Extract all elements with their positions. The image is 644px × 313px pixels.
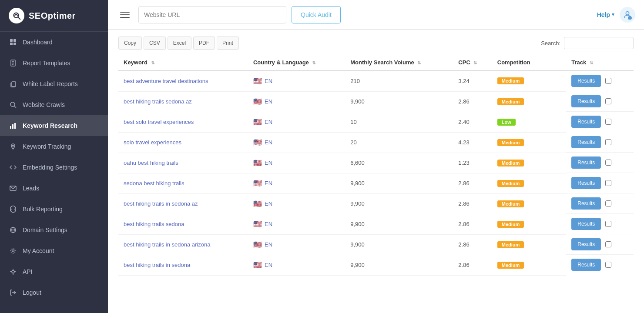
sidebar-item-report-templates[interactable]: Report Templates bbox=[0, 53, 108, 73]
api-icon bbox=[9, 267, 17, 276]
cell-country-7: 🇺🇸 EN bbox=[248, 214, 345, 234]
svg-rect-12 bbox=[10, 126, 11, 129]
hamburger-line bbox=[120, 14, 130, 15]
track-checkbox-9[interactable] bbox=[605, 262, 611, 268]
results-button-0[interactable]: Results bbox=[571, 75, 601, 87]
keyword-link-7[interactable]: best hiking trails sedona bbox=[124, 221, 184, 227]
lang-code-9: EN bbox=[265, 262, 272, 268]
keyword-link-0[interactable]: best adventure travel destinations bbox=[124, 78, 208, 84]
results-button-9[interactable]: Results bbox=[571, 259, 601, 271]
keyword-link-6[interactable]: best hiking trails in sedona az bbox=[124, 200, 198, 207]
cell-volume-5: 9,900 bbox=[345, 173, 453, 193]
track-checkbox-2[interactable] bbox=[605, 119, 611, 125]
sidebar-item-embedding-settings[interactable]: Embedding Settings bbox=[0, 157, 108, 178]
keyword-link-4[interactable]: oahu best hiking trails bbox=[124, 160, 178, 166]
sidebar-item-website-crawls-label: Website Crawls bbox=[23, 101, 65, 108]
cell-keyword-8: best hiking trails in sedona arizona bbox=[118, 234, 248, 255]
search-area: Search: bbox=[541, 37, 634, 49]
track-checkbox-3[interactable] bbox=[605, 139, 611, 145]
csv-button[interactable]: CSV bbox=[144, 37, 166, 50]
cell-cpc-1: 2.86 bbox=[453, 91, 492, 112]
url-input[interactable] bbox=[138, 6, 286, 23]
keyword-link-2[interactable]: best solo travel experiences bbox=[124, 119, 194, 125]
keyword-link-8[interactable]: best hiking trails in sedona arizona bbox=[124, 241, 210, 248]
results-button-7[interactable]: Results bbox=[571, 218, 601, 230]
col-monthly-search-volume[interactable]: Monthly Search Volume ⇅ bbox=[345, 55, 453, 70]
sidebar-item-domain-settings[interactable]: Domain Settings bbox=[0, 220, 108, 240]
flag-icon-9: 🇺🇸 bbox=[253, 261, 262, 269]
flag-icon-6: 🇺🇸 bbox=[253, 200, 262, 208]
results-button-4[interactable]: Results bbox=[571, 156, 601, 169]
bar-chart-icon bbox=[9, 121, 17, 130]
col-track[interactable]: Track ⇅ bbox=[566, 55, 634, 70]
sidebar-item-logout[interactable]: Logout bbox=[0, 282, 108, 303]
sidebar-item-keyword-tracking-label: Keyword Tracking bbox=[23, 143, 71, 150]
col-keyword[interactable]: Keyword ⇅ bbox=[118, 55, 248, 70]
track-checkbox-4[interactable] bbox=[605, 160, 611, 166]
copy-button[interactable]: Copy bbox=[118, 37, 142, 50]
sidebar-item-website-crawls[interactable]: Website Crawls bbox=[0, 94, 108, 115]
results-button-3[interactable]: Results bbox=[571, 136, 601, 148]
sidebar-item-bulk-reporting-label: Bulk Reporting bbox=[23, 206, 63, 213]
col-country-language[interactable]: Country & Language ⇅ bbox=[248, 55, 345, 70]
track-checkbox-0[interactable] bbox=[605, 78, 611, 84]
track-checkbox-8[interactable] bbox=[605, 241, 611, 247]
cell-track-0: Results bbox=[566, 71, 634, 91]
cell-volume-6: 9,900 bbox=[345, 193, 453, 214]
svg-point-21 bbox=[12, 270, 14, 273]
sidebar-item-dashboard[interactable]: Dashboard bbox=[0, 32, 108, 53]
track-checkbox-5[interactable] bbox=[605, 180, 611, 186]
flag-icon-5: 🇺🇸 bbox=[253, 179, 262, 187]
help-label: Help bbox=[597, 11, 610, 18]
track-checkbox-7[interactable] bbox=[605, 221, 611, 227]
hamburger-button[interactable] bbox=[117, 10, 133, 20]
cell-volume-8: 9,900 bbox=[345, 234, 453, 255]
svg-line-11 bbox=[14, 106, 16, 108]
help-button[interactable]: Help ▾ bbox=[597, 11, 614, 18]
pdf-button[interactable]: PDF bbox=[193, 37, 215, 50]
keyword-link-5[interactable]: sedona best hiking trails bbox=[124, 180, 184, 186]
competition-badge-6: Medium bbox=[497, 200, 524, 207]
cell-cpc-7: 2.86 bbox=[453, 214, 492, 234]
cell-country-9: 🇺🇸 EN bbox=[248, 255, 345, 275]
track-checkbox-1[interactable] bbox=[605, 98, 611, 104]
col-cpc[interactable]: CPC ⇅ bbox=[453, 55, 492, 70]
table-row: best hiking trails in sedona arizona 🇺🇸 … bbox=[118, 234, 634, 255]
results-button-6[interactable]: Results bbox=[571, 197, 601, 210]
print-button[interactable]: Print bbox=[217, 37, 239, 50]
lang-code-6: EN bbox=[265, 200, 272, 207]
cell-country-6: 🇺🇸 EN bbox=[248, 193, 345, 214]
sidebar-item-bulk-reporting[interactable]: Bulk Reporting bbox=[0, 199, 108, 220]
quick-audit-button[interactable]: Quick Audit bbox=[292, 6, 341, 23]
sidebar-item-leads[interactable]: Leads bbox=[0, 178, 108, 199]
keyword-link-9[interactable]: best hiking trails in sedona bbox=[124, 262, 190, 268]
flag-icon-2: 🇺🇸 bbox=[253, 118, 262, 126]
sidebar-item-white-label-reports[interactable]: White Label Reports bbox=[0, 73, 108, 94]
col-competition[interactable]: Competition bbox=[492, 55, 566, 70]
keyword-link-1[interactable]: best hiking trails sedona az bbox=[124, 98, 192, 105]
sidebar-item-my-account[interactable]: My Account bbox=[0, 240, 108, 261]
user-avatar[interactable]: + bbox=[620, 7, 635, 23]
search-input[interactable] bbox=[564, 37, 634, 49]
track-checkbox-6[interactable] bbox=[605, 200, 611, 206]
cell-competition-2: Low bbox=[492, 112, 566, 132]
cell-track-4: Results bbox=[566, 153, 634, 173]
results-button-1[interactable]: Results bbox=[571, 95, 601, 107]
cell-track-6: Results bbox=[566, 193, 634, 214]
svg-rect-2 bbox=[13, 39, 16, 42]
results-button-8[interactable]: Results bbox=[571, 238, 601, 250]
results-button-2[interactable]: Results bbox=[571, 116, 601, 128]
cell-country-1: 🇺🇸 EN bbox=[248, 91, 345, 112]
keyword-link-3[interactable]: solo travel experiences bbox=[124, 139, 181, 146]
excel-button[interactable]: Excel bbox=[168, 37, 191, 50]
sidebar-item-keyword-tracking[interactable]: Keyword Tracking bbox=[0, 136, 108, 157]
cell-keyword-4: oahu best hiking trails bbox=[118, 153, 248, 173]
sidebar-item-api[interactable]: API bbox=[0, 261, 108, 282]
sort-icon-volume: ⇅ bbox=[417, 60, 421, 65]
svg-rect-1 bbox=[10, 39, 13, 42]
flag-icon-7: 🇺🇸 bbox=[253, 220, 262, 228]
sort-icon-cpc: ⇅ bbox=[473, 60, 477, 65]
cell-cpc-8: 2.86 bbox=[453, 234, 492, 255]
results-button-5[interactable]: Results bbox=[571, 177, 601, 189]
sidebar-item-keyword-research[interactable]: Keyword Research bbox=[0, 115, 108, 136]
